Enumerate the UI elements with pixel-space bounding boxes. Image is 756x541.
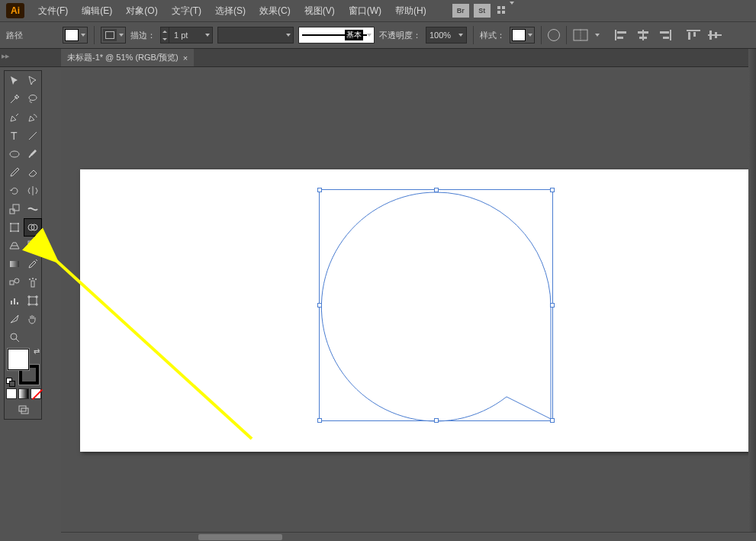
opacity-field[interactable]: 100%	[426, 27, 467, 43]
handle-nw[interactable]	[317, 188, 322, 192]
scale-tool[interactable]	[6, 201, 23, 217]
reflect-tool[interactable]	[24, 182, 41, 199]
blend-tool[interactable]	[6, 274, 23, 291]
line-segment-tool[interactable]	[24, 127, 41, 144]
eyedropper-tool[interactable]	[24, 256, 41, 272]
svg-point-27	[11, 333, 17, 340]
column-graph-tool[interactable]	[6, 292, 23, 309]
svg-rect-23	[11, 301, 12, 304]
graphic-style-swatch[interactable]	[510, 27, 535, 43]
color-mode-solid[interactable]	[6, 388, 17, 399]
align-right-button[interactable]	[658, 30, 671, 40]
horizontal-scrollbar[interactable]	[61, 532, 756, 541]
document-tab[interactable]: 未标题-1* @ 51% (RGB/预览) ×	[61, 49, 194, 66]
arrange-documents-button[interactable]	[497, 5, 514, 17]
ellipse-tool[interactable]	[6, 146, 23, 163]
gradient-tool[interactable]	[6, 256, 23, 272]
stroke-swatch[interactable]	[101, 27, 126, 43]
bridge-button[interactable]: Br	[452, 4, 469, 18]
handle-n[interactable]	[434, 188, 439, 192]
right-panel-edge[interactable]	[748, 49, 756, 532]
menu-object[interactable]: 对象(O)	[120, 2, 163, 21]
shape-builder-tool[interactable]	[24, 219, 41, 236]
menu-type[interactable]: 文字(T)	[166, 2, 207, 21]
pen-tool[interactable]	[6, 109, 23, 126]
svg-point-2	[29, 95, 37, 101]
variable-width-profile[interactable]	[217, 27, 294, 43]
svg-point-21	[32, 278, 34, 279]
magic-wand-tool[interactable]	[6, 91, 23, 108]
stroke-weight-stepper[interactable]	[161, 27, 169, 43]
menu-view[interactable]: 视图(V)	[298, 2, 341, 21]
handle-ne[interactable]	[550, 188, 555, 192]
selection-type-label: 路径	[6, 30, 23, 41]
mesh-tool[interactable]	[24, 237, 41, 254]
lasso-tool[interactable]	[24, 91, 41, 108]
style-label: 样式：	[480, 30, 505, 41]
menu-select[interactable]: 选择(S)	[209, 2, 252, 21]
selection-tool[interactable]	[6, 72, 23, 89]
scrollbar-thumb[interactable]	[198, 534, 282, 540]
fill-stroke-indicator[interactable]: ⇄	[6, 347, 41, 387]
handle-s[interactable]	[434, 418, 439, 423]
svg-rect-6	[10, 209, 14, 214]
stock-button[interactable]: St	[474, 4, 491, 18]
color-mode-row	[6, 388, 41, 399]
curvature-tool[interactable]	[24, 109, 41, 126]
align-to-button[interactable]	[573, 29, 588, 41]
svg-point-20	[29, 279, 31, 280]
tab-close-button[interactable]: ×	[183, 53, 188, 63]
color-mode-none[interactable]	[31, 388, 41, 399]
symbol-sprayer-tool[interactable]	[24, 274, 41, 291]
handle-sw[interactable]	[317, 418, 322, 423]
handle-se[interactable]	[550, 418, 555, 423]
selection-bounding-box[interactable]	[319, 189, 553, 421]
recolor-artwork-button[interactable]	[548, 29, 560, 41]
brush-definition[interactable]: 基本	[298, 27, 375, 43]
paintbrush-tool[interactable]	[24, 146, 41, 163]
stroke-weight-field[interactable]: 1 pt	[160, 27, 213, 43]
pencil-tool[interactable]	[6, 164, 23, 181]
handle-e[interactable]	[550, 303, 555, 308]
rotate-tool[interactable]	[6, 182, 23, 199]
zoom-tool[interactable]	[6, 329, 23, 346]
width-tool[interactable]	[24, 201, 41, 217]
app-logo-text: Ai	[11, 5, 20, 16]
control-bar: 路径 描边： 1 pt 基本 不透明度： 100% 样式：	[0, 21, 756, 49]
menu-edit[interactable]: 编辑(E)	[76, 2, 118, 21]
canvas-area[interactable]	[61, 70, 756, 541]
eraser-tool[interactable]	[24, 164, 41, 181]
svg-point-12	[18, 230, 19, 232]
align-left-button[interactable]	[615, 30, 629, 40]
svg-text:T: T	[11, 130, 18, 142]
swap-fill-stroke-icon[interactable]: ⇄	[34, 347, 40, 356]
divider	[541, 26, 542, 44]
perspective-grid-tool[interactable]	[6, 237, 23, 254]
menu-effect[interactable]: 效果(C)	[253, 2, 297, 21]
fill-swatch[interactable]	[63, 27, 88, 43]
menu-help[interactable]: 帮助(H)	[389, 2, 433, 21]
divider	[473, 26, 474, 44]
slice-tool[interactable]	[6, 311, 23, 327]
menu-file[interactable]: 文件(F)	[32, 2, 74, 21]
selected-shape-path[interactable]	[320, 190, 554, 422]
stroke-weight-value[interactable]: 1 pt	[169, 31, 203, 40]
artboard-tool[interactable]	[24, 292, 41, 309]
default-fill-stroke-icon[interactable]	[6, 378, 15, 387]
align-top-button[interactable]	[687, 30, 700, 40]
handle-w[interactable]	[317, 303, 322, 308]
direct-selection-tool[interactable]	[24, 72, 41, 89]
align-center-v-button[interactable]	[708, 30, 722, 40]
free-transform-tool[interactable]	[6, 219, 23, 236]
panel-collapse-chevrons[interactable]: ▶▶	[0, 53, 11, 60]
screen-mode-button[interactable]	[15, 401, 32, 417]
fill-color-indicator[interactable]	[8, 349, 29, 370]
svg-rect-25	[17, 302, 18, 304]
hand-tool[interactable]	[24, 311, 41, 327]
svg-point-10	[18, 223, 19, 224]
menu-window[interactable]: 窗口(W)	[343, 2, 388, 21]
color-mode-gradient[interactable]	[18, 388, 29, 399]
type-tool[interactable]: T	[6, 127, 23, 144]
svg-rect-16	[10, 261, 19, 267]
align-center-h-button[interactable]	[636, 30, 650, 40]
